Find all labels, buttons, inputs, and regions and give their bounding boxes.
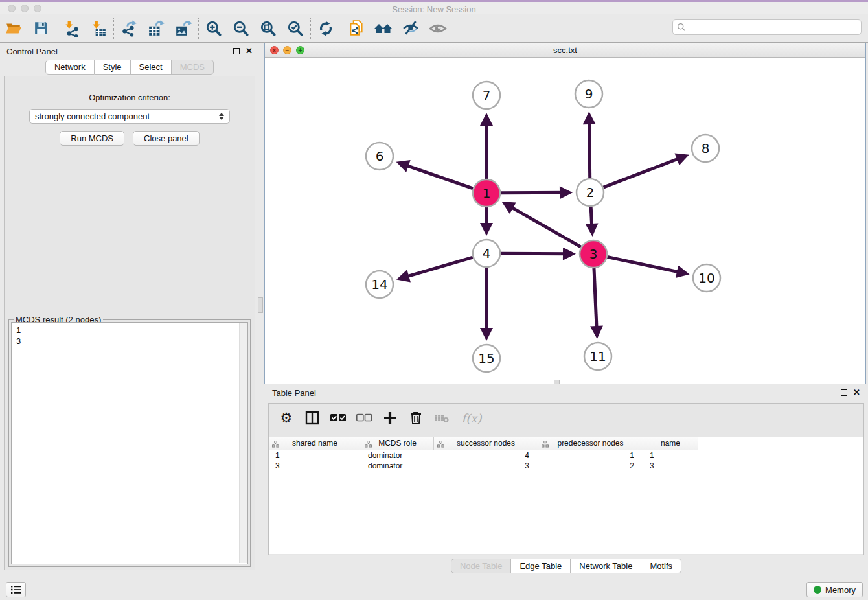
close-panel-icon[interactable]: ✕ (246, 48, 253, 54)
refresh-button[interactable] (312, 17, 339, 40)
delete-table-button[interactable] (433, 410, 450, 426)
column-header-shared-name[interactable]: shared name (269, 437, 361, 450)
node-11[interactable]: 11 (584, 343, 611, 370)
criterion-dropdown[interactable]: strongly connected component (29, 109, 230, 124)
export-network-button[interactable] (115, 17, 143, 40)
close-panel-button[interactable]: Close panel (133, 131, 200, 146)
vertical-split-handle[interactable] (258, 297, 263, 313)
network-window-titlebar[interactable]: x − + scc.txt (265, 43, 865, 58)
column-header-successor-nodes[interactable]: successor nodes (434, 437, 538, 450)
open-session-button[interactable] (0, 17, 27, 40)
node-4[interactable]: 4 (473, 240, 500, 267)
table-row[interactable]: 3dominator323 (269, 461, 863, 471)
table-toolbar: ⚙ (269, 404, 863, 432)
edge-3-11[interactable] (594, 268, 597, 335)
tab-select[interactable]: Select (131, 60, 172, 75)
export-image-button[interactable] (170, 17, 197, 40)
table-row[interactable]: 1dominator411 (269, 450, 863, 461)
delete-table-icon (434, 413, 450, 423)
zoom-in-button[interactable] (200, 17, 227, 40)
table-tab-edge-table[interactable]: Edge Table (511, 559, 571, 573)
main-toolbar (0, 14, 868, 43)
delete-row-button[interactable] (407, 410, 424, 426)
control-panel: Control Panel ✕ NetworkStyleSelectMCDS O… (0, 43, 259, 579)
task-history-button[interactable] (6, 582, 26, 597)
node-8[interactable]: 8 (692, 135, 719, 162)
tab-style[interactable]: Style (95, 60, 131, 75)
network-canvas-svg[interactable]: 7968124314101511 (265, 58, 865, 384)
column-layout-button[interactable] (304, 410, 321, 426)
run-mcds-button[interactable]: Run MCDS (60, 131, 124, 146)
float-table-panel-icon[interactable] (841, 389, 847, 396)
select-all-button[interactable] (330, 410, 347, 426)
zoom-out-button[interactable] (227, 17, 255, 40)
mcds-result-area[interactable]: 1 3 (11, 322, 248, 564)
node-6[interactable]: 6 (366, 143, 393, 170)
edge-3-1[interactable] (505, 203, 581, 247)
search-icon (677, 23, 686, 32)
node-15[interactable]: 15 (473, 345, 500, 372)
import-table-button[interactable] (85, 17, 112, 40)
column-header-predecessor-nodes[interactable]: predecessor nodes (538, 437, 643, 450)
table-settings-button[interactable]: ⚙ (278, 410, 295, 426)
column-header-name[interactable]: name (643, 437, 698, 450)
edge-1-6[interactable] (400, 163, 473, 189)
column-header-mcds-role[interactable]: MCDS role (361, 437, 434, 450)
zoom-selected-icon (287, 20, 304, 37)
edge-4-3[interactable] (501, 253, 572, 254)
add-row-button[interactable] (382, 410, 398, 426)
table-header-row: shared nameMCDS rolesuccessor nodesprede… (269, 437, 863, 450)
tab-mcds[interactable]: MCDS (172, 60, 214, 75)
float-panel-icon[interactable] (233, 48, 240, 54)
control-panel-tabs: NetworkStyleSelectMCDS (0, 60, 259, 75)
node-7[interactable]: 7 (473, 82, 500, 109)
toggle-graphics-details-button[interactable] (397, 17, 424, 40)
node-2[interactable]: 2 (577, 179, 604, 206)
deselect-all-button[interactable] (356, 410, 372, 426)
edge-4-14[interactable] (400, 257, 473, 279)
import-table-icon (90, 20, 107, 37)
edge-2-9[interactable] (589, 115, 589, 178)
svg-text:14: 14 (371, 277, 387, 292)
export-table-button[interactable] (143, 17, 170, 40)
zoom-fit-button[interactable] (255, 17, 282, 40)
table-tab-network-table[interactable]: Network Table (571, 559, 641, 573)
optimization-criterion-label: Optimization criterion: (5, 93, 255, 102)
zoom-fit-icon (260, 20, 277, 37)
eye-button[interactable] (424, 17, 451, 40)
node-1[interactable]: 1 (473, 179, 500, 207)
trash-icon (409, 411, 422, 425)
table-tabs: Node TableEdge TableNetwork TableMotifs (264, 559, 868, 573)
network-close-icon[interactable]: x (270, 46, 279, 54)
close-table-panel-icon[interactable]: ✕ (853, 389, 860, 396)
node-9[interactable]: 9 (575, 80, 602, 108)
copy-network-button[interactable] (343, 17, 370, 40)
zoom-in-icon (205, 20, 222, 37)
search-field[interactable] (672, 19, 862, 35)
function-builder-button[interactable]: f(x) (459, 410, 484, 426)
edge-3-10[interactable] (608, 257, 686, 274)
table-tab-node-table[interactable]: Node Table (451, 559, 512, 573)
search-input[interactable] (689, 23, 861, 32)
edge-1-2[interactable] (501, 192, 569, 193)
tab-network[interactable]: Network (45, 60, 95, 75)
export-table-icon (148, 20, 165, 37)
edge-2-3[interactable] (591, 207, 592, 233)
network-maximize-icon[interactable]: + (296, 46, 304, 54)
mcds-result-text: 1 3 (12, 323, 247, 347)
svg-text:7: 7 (483, 87, 491, 103)
table-tab-motifs[interactable]: Motifs (641, 559, 681, 573)
import-network-button[interactable] (58, 17, 85, 40)
save-session-button[interactable] (27, 17, 54, 40)
result-scrollbar[interactable] (239, 323, 247, 563)
svg-text:2: 2 (586, 185, 595, 200)
node-3[interactable]: 3 (580, 240, 607, 268)
edge-2-8[interactable] (604, 156, 686, 187)
home-button[interactable] (370, 17, 397, 40)
memory-button[interactable]: Memory (806, 582, 863, 597)
node-14[interactable]: 14 (366, 271, 393, 298)
network-window-title: scc.txt (265, 43, 865, 57)
network-minimize-icon[interactable]: − (283, 46, 291, 54)
node-10[interactable]: 10 (693, 264, 720, 292)
zoom-selected-button[interactable] (282, 17, 309, 40)
